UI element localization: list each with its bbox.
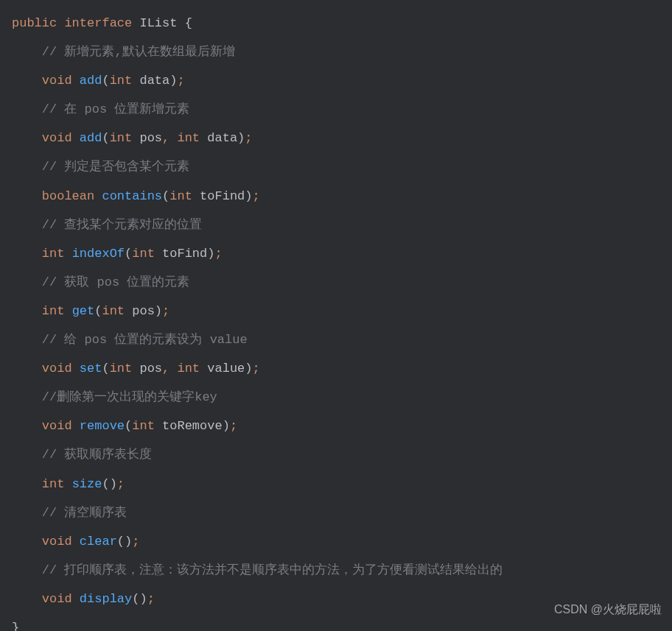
semi: ; bbox=[214, 247, 222, 261]
paren: ) bbox=[125, 535, 132, 549]
param: toFind bbox=[200, 189, 245, 203]
interface-name: IList bbox=[139, 16, 177, 30]
keyword-int: int bbox=[110, 74, 133, 88]
paren: ) bbox=[110, 477, 117, 491]
paren: ) bbox=[245, 189, 252, 203]
semi: ; bbox=[253, 189, 260, 203]
keyword-int: int bbox=[169, 189, 192, 203]
semi: ; bbox=[177, 74, 184, 88]
keyword-int: int bbox=[110, 362, 133, 376]
paren: ) bbox=[223, 419, 230, 433]
comment: //删除第一次出现的关键字key bbox=[42, 390, 217, 404]
paren: ( bbox=[102, 477, 109, 491]
method-size: size bbox=[72, 477, 102, 491]
comment: // 在 pos 位置新增元素 bbox=[42, 102, 190, 116]
paren: ( bbox=[102, 131, 109, 145]
semi: ; bbox=[230, 419, 237, 433]
semi: ; bbox=[162, 304, 169, 318]
paren: ( bbox=[117, 535, 125, 549]
semi: ; bbox=[245, 131, 252, 145]
keyword-void: void bbox=[42, 592, 72, 606]
paren: ( bbox=[125, 419, 132, 433]
method-contains: contains bbox=[102, 189, 162, 203]
method-add: add bbox=[80, 74, 102, 88]
keyword-int: int bbox=[132, 247, 155, 261]
param: toRemove bbox=[162, 419, 223, 433]
paren: ) bbox=[139, 592, 147, 606]
paren: ( bbox=[94, 304, 102, 318]
param: data bbox=[139, 74, 169, 88]
comment: // 判定是否包含某个元素 bbox=[42, 160, 190, 174]
paren: ( bbox=[125, 247, 132, 261]
paren: ) bbox=[237, 131, 245, 145]
param: toFind bbox=[162, 247, 207, 261]
comment: // 清空顺序表 bbox=[42, 506, 127, 520]
param: pos bbox=[139, 131, 162, 145]
comment: // 打印顺序表，注意：该方法并不是顺序表中的方法，为了方便看测试结果给出的 bbox=[42, 563, 503, 577]
keyword-void: void bbox=[42, 74, 72, 88]
keyword-int: int bbox=[42, 477, 65, 491]
param: pos bbox=[132, 304, 155, 318]
keyword-int: int bbox=[177, 362, 200, 376]
method-add: add bbox=[80, 131, 102, 145]
keyword-void: void bbox=[42, 419, 72, 433]
watermark: CSDN @火烧屁屁啦 bbox=[554, 596, 662, 624]
keyword-boolean: boolean bbox=[42, 189, 94, 203]
param: data bbox=[207, 131, 237, 145]
paren: ( bbox=[162, 189, 169, 203]
paren: ( bbox=[102, 74, 109, 88]
paren: ) bbox=[155, 304, 162, 318]
comma: , bbox=[162, 131, 169, 145]
method-display: display bbox=[80, 592, 132, 606]
keyword-public: public bbox=[12, 16, 57, 30]
semi: ; bbox=[117, 477, 125, 491]
semi: ; bbox=[253, 362, 260, 376]
keyword-int: int bbox=[110, 131, 133, 145]
paren: ) bbox=[245, 362, 252, 376]
keyword-void: void bbox=[42, 362, 72, 376]
keyword-int: int bbox=[177, 131, 200, 145]
comment: // 给 pos 位置的元素设为 value bbox=[42, 333, 248, 347]
method-remove: remove bbox=[80, 419, 125, 433]
keyword-interface: interface bbox=[64, 16, 132, 30]
method-clear: clear bbox=[80, 535, 117, 549]
semi: ; bbox=[132, 535, 139, 549]
keyword-int: int bbox=[102, 304, 125, 318]
brace-open: { bbox=[185, 16, 192, 30]
keyword-int: int bbox=[132, 419, 155, 433]
comment: // 获取 pos 位置的元素 bbox=[42, 275, 190, 289]
keyword-int: int bbox=[42, 247, 65, 261]
method-set: set bbox=[80, 362, 102, 376]
param: value bbox=[207, 362, 245, 376]
semi: ; bbox=[147, 592, 155, 606]
param: pos bbox=[139, 362, 162, 376]
comment: // 新增元素,默认在数组最后新增 bbox=[42, 45, 235, 59]
comment: // 查找某个元素对应的位置 bbox=[42, 218, 203, 232]
keyword-void: void bbox=[42, 535, 72, 549]
paren: ) bbox=[207, 247, 214, 261]
keyword-void: void bbox=[42, 131, 72, 145]
method-indexof: indexOf bbox=[72, 247, 125, 261]
paren: ( bbox=[102, 362, 109, 376]
comma: , bbox=[162, 362, 169, 376]
paren: ) bbox=[169, 74, 177, 88]
comment: // 获取顺序表长度 bbox=[42, 448, 153, 462]
code-block: public interface IList { // 新增元素,默认在数组最后… bbox=[12, 9, 660, 631]
brace-close: } bbox=[12, 621, 19, 631]
keyword-int: int bbox=[42, 304, 65, 318]
method-get: get bbox=[72, 304, 95, 318]
paren: ( bbox=[132, 592, 139, 606]
